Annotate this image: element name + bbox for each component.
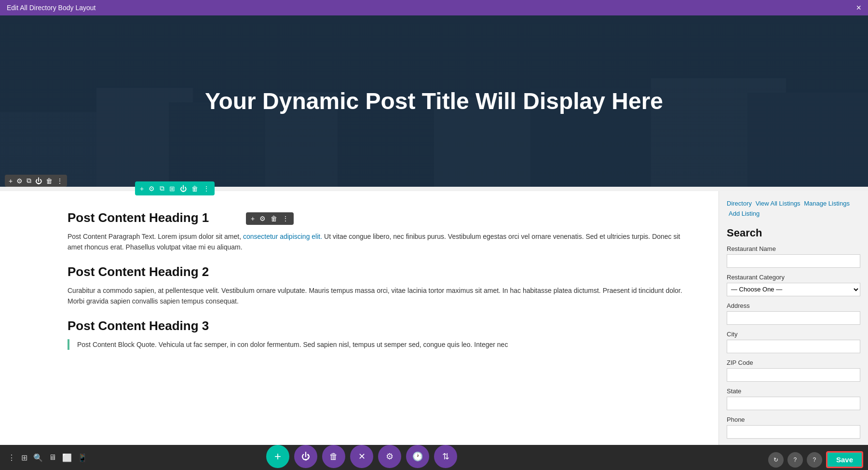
btb-grid-icon[interactable]: ⊞ xyxy=(21,453,27,462)
tb2-grid-icon[interactable]: ⊞ xyxy=(169,185,175,193)
tb1-plus-icon[interactable]: + xyxy=(9,177,13,185)
input-restaurant-name[interactable] xyxy=(727,254,860,268)
post-para-1-text: Post Content Paragraph Text. Lorem ipsum… xyxy=(68,233,243,240)
save-undo-icon[interactable]: ? xyxy=(787,452,803,468)
tb1-more-icon[interactable]: ⋮ xyxy=(56,177,63,185)
sidebar-search-title: Search xyxy=(727,227,860,239)
label-state: State xyxy=(727,387,860,395)
input-city[interactable] xyxy=(727,340,860,353)
tb2-delete-icon[interactable]: 🗑 xyxy=(191,185,198,193)
sidebar-nav-directory[interactable]: Directory xyxy=(727,200,752,207)
float-close-button[interactable]: ✕ xyxy=(350,445,373,468)
label-zip: ZIP Code xyxy=(727,359,860,366)
tb2-gear-icon[interactable]: ⚙ xyxy=(149,185,155,193)
btb-search-icon[interactable]: 🔍 xyxy=(33,453,43,462)
sidebar-nav-view-all[interactable]: View All Listings xyxy=(756,200,800,207)
label-city: City xyxy=(727,331,860,338)
tb1-delete-icon[interactable]: 🗑 xyxy=(46,177,53,185)
post-para-2: Curabitur a commodo sapien, at pellentes… xyxy=(68,285,690,307)
tb2-copy-icon[interactable]: ⧉ xyxy=(160,184,164,193)
save-help-icon[interactable]: ? xyxy=(807,452,822,468)
title-bar-text: Edit All Directory Body Layout xyxy=(7,4,95,12)
post-para-1: Post Content Paragraph Text. Lorem ipsum… xyxy=(68,231,690,253)
label-phone: Phone xyxy=(727,416,860,423)
form-restaurant-category: Restaurant Category — Choose One — xyxy=(727,274,860,296)
label-address: Address xyxy=(727,302,860,309)
toolbar-row1: + ⚙ ⧉ ⏻ 🗑 ⋮ xyxy=(5,175,67,187)
sidebar-nav: Directory View All Listings Manage Listi… xyxy=(727,199,860,219)
tb2-more-icon[interactable]: ⋮ xyxy=(203,185,210,193)
form-address: Address xyxy=(727,302,860,325)
float-clock-button[interactable]: 🕐 xyxy=(406,445,429,468)
save-area: ↻ ? ? Save xyxy=(768,451,863,468)
hero-section: Your Dynamic Post Title Will Display Her… xyxy=(0,15,868,187)
form-zip: ZIP Code xyxy=(727,359,860,382)
toolbar-row2: + ⚙ ⧉ ⊞ ⏻ 🗑 ⋮ xyxy=(135,181,215,195)
title-bar: Edit All Directory Body Layout × xyxy=(0,0,868,15)
content-area: Post Content Heading 1 Post Content Para… xyxy=(0,191,719,470)
input-address[interactable] xyxy=(727,311,860,325)
input-state[interactable] xyxy=(727,397,860,410)
hero-title: Your Dynamic Post Title Will Display Her… xyxy=(205,88,663,114)
input-zip[interactable] xyxy=(727,368,860,382)
post-para-1-link[interactable]: consectetur adipiscing elit. xyxy=(243,233,322,240)
tb1-copy-icon[interactable]: ⧉ xyxy=(27,177,31,185)
btb-tablet-icon[interactable]: ⬜ xyxy=(62,453,72,462)
form-city: City xyxy=(727,331,860,353)
form-restaurant-name: Restaurant Name xyxy=(727,245,860,268)
tb2-power-icon[interactable]: ⏻ xyxy=(180,185,187,193)
label-restaurant-name: Restaurant Name xyxy=(727,245,860,252)
form-phone: Phone xyxy=(727,416,860,439)
tb3-plus-icon[interactable]: + xyxy=(251,215,255,222)
tb1-power-icon[interactable]: ⏻ xyxy=(35,177,42,185)
select-restaurant-category[interactable]: — Choose One — xyxy=(727,283,860,296)
label-restaurant-category: Restaurant Category xyxy=(727,274,860,281)
input-phone[interactable] xyxy=(727,425,860,439)
post-heading-1: Post Content Heading 1 xyxy=(68,210,690,225)
sidebar: Directory View All Listings Manage Listi… xyxy=(719,191,868,470)
form-state: State xyxy=(727,387,860,410)
float-transfer-button[interactable]: ⇅ xyxy=(434,445,457,468)
float-add-button[interactable]: + xyxy=(266,445,289,468)
save-button[interactable]: Save xyxy=(826,451,863,468)
toolbar-row3: + ⚙ 🗑 ⋮ xyxy=(246,212,294,225)
sidebar-nav-add[interactable]: Add Listing xyxy=(729,210,760,217)
main-content: Post Content Heading 1 Post Content Para… xyxy=(0,191,868,470)
sidebar-nav-manage[interactable]: Manage Listings xyxy=(804,200,850,207)
tb1-gear-icon[interactable]: ⚙ xyxy=(16,177,23,185)
close-button[interactable]: × xyxy=(856,3,861,13)
tb2-plus-icon[interactable]: + xyxy=(140,185,144,193)
post-heading-3: Post Content Heading 3 xyxy=(68,318,690,333)
post-heading-2: Post Content Heading 2 xyxy=(68,264,690,279)
tb3-gear-icon[interactable]: ⚙ xyxy=(259,215,266,222)
tb3-delete-icon[interactable]: 🗑 xyxy=(271,215,277,222)
btb-desktop-icon[interactable]: 🖥 xyxy=(49,453,56,462)
float-delete-button[interactable]: 🗑 xyxy=(322,445,345,468)
tb3-more-icon[interactable]: ⋮ xyxy=(282,215,289,222)
post-blockquote-text: Post Content Block Quote. Vehicula ut fa… xyxy=(77,339,690,350)
btb-mobile-icon[interactable]: 📱 xyxy=(78,453,87,462)
btb-menu-icon[interactable]: ⋮ xyxy=(8,453,15,462)
post-blockquote: Post Content Block Quote. Vehicula ut fa… xyxy=(68,339,690,350)
float-settings-button[interactable]: ⚙ xyxy=(378,445,401,468)
float-power-button[interactable]: ⏻ xyxy=(294,445,317,468)
save-refresh-icon[interactable]: ↻ xyxy=(768,452,784,468)
